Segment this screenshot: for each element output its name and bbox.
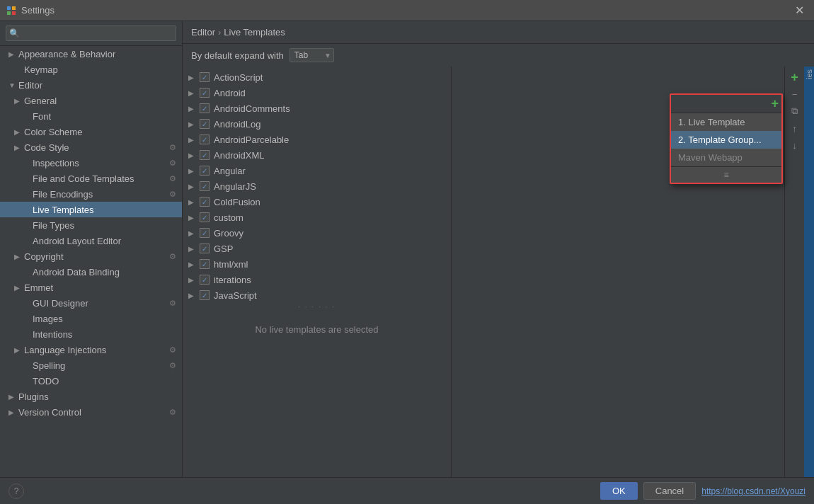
move-down-button[interactable]: ↓	[787, 137, 803, 153]
sidebar-label: Emmet	[24, 282, 176, 293]
template-checkbox[interactable]	[200, 103, 210, 113]
dialog-body: 🔍 ▶ Appearance & Behavior Keymap ▼	[0, 21, 814, 504]
dropdown-popup: + 1. Live Template 2. Template Group... …	[670, 93, 783, 184]
template-checkbox[interactable]	[200, 166, 210, 176]
arrow-icon: ▶	[14, 97, 23, 105]
list-item[interactable]: ▶ Angular	[183, 163, 451, 178]
sidebar-item-font[interactable]: Font	[0, 108, 182, 124]
sidebar-scroll: ▶ Appearance & Behavior Keymap ▼ Editor …	[0, 46, 182, 477]
no-selection-message: No live templates are selected	[183, 310, 451, 349]
sidebar-item-appearance[interactable]: ▶ Appearance & Behavior	[0, 46, 182, 62]
template-name: AngularJS	[214, 181, 256, 192]
sidebar-label: Plugins	[18, 391, 176, 402]
cancel-button[interactable]: Cancel	[643, 482, 696, 500]
template-checkbox[interactable]	[200, 150, 210, 160]
sidebar-label: Spelling	[33, 360, 166, 371]
divider-handle[interactable]: · · · · · ·	[183, 303, 451, 310]
sidebar-label: Inspections	[33, 158, 166, 168]
sidebar-item-language-injections[interactable]: ▶ Language Injections ⚙	[0, 342, 182, 357]
sidebar-item-images[interactable]: Images	[0, 311, 182, 326]
list-item[interactable]: ▶ AndroidComments	[183, 101, 451, 116]
sidebar-item-intentions[interactable]: Intentions	[0, 326, 182, 342]
sidebar-item-gui-designer[interactable]: GUI Designer ⚙	[0, 295, 182, 311]
list-item[interactable]: ▶ AndroidXML	[183, 147, 451, 163]
template-checkbox[interactable]	[200, 72, 210, 82]
sidebar-item-copyright[interactable]: ▶ Copyright ⚙	[0, 248, 182, 264]
sidebar-item-file-types[interactable]: File Types	[0, 217, 182, 233]
template-checkbox[interactable]	[200, 119, 210, 129]
sidebar-item-version-control[interactable]: ▶ Version Control ⚙	[0, 404, 182, 420]
sidebar-item-spelling[interactable]: Spelling ⚙	[0, 357, 182, 373]
template-checkbox[interactable]	[200, 228, 210, 238]
sidebar-item-editor[interactable]: ▼ Editor	[0, 77, 182, 93]
list-item[interactable]: ▶ AngularJS	[183, 178, 451, 194]
list-item[interactable]: ▶ ActionScript	[183, 69, 451, 85]
arrow-icon: ▶	[14, 128, 23, 136]
right-panel-content: + − ⧉ ↑ ↓ + 1. Live Template 2	[452, 67, 804, 477]
arrow-icon: ▶	[188, 136, 197, 144]
sidebar-item-file-code-templates[interactable]: File and Code Templates ⚙	[0, 171, 182, 186]
settings-icon: ⚙	[169, 345, 176, 355]
right-toolbar: + − ⧉ ↑ ↓	[784, 67, 804, 477]
remove-button[interactable]: −	[787, 86, 803, 102]
template-checkbox[interactable]	[200, 88, 210, 98]
list-item[interactable]: ▶ html/xml	[183, 256, 451, 272]
list-item[interactable]: ▶ Groovy	[183, 225, 451, 241]
search-input[interactable]	[6, 25, 176, 41]
list-item[interactable]: ▶ custom	[183, 210, 451, 225]
select-wrapper: Tab Enter Space ▼	[290, 48, 334, 62]
template-checkbox[interactable]	[200, 275, 210, 285]
arrow-icon: ▶	[188, 120, 197, 128]
sidebar-item-live-templates[interactable]: Live Templates	[0, 202, 182, 217]
close-button[interactable]: ✕	[791, 2, 808, 18]
sidebar-label: File Encodings	[33, 189, 166, 200]
move-up-button[interactable]: ↑	[787, 120, 803, 136]
expand-select[interactable]: Tab Enter Space	[290, 48, 334, 62]
add-button[interactable]: +	[787, 69, 803, 85]
sidebar-label: Images	[33, 314, 176, 324]
arrow-icon: ▶	[14, 144, 23, 151]
list-item[interactable]: ▶ iterations	[183, 272, 451, 287]
template-checkbox[interactable]	[200, 181, 210, 191]
sidebar-item-inspections[interactable]: Inspections ⚙	[0, 155, 182, 171]
sidebar-item-android-data-binding[interactable]: Android Data Binding	[0, 264, 182, 280]
list-item[interactable]: ▶ JavaScript	[183, 287, 451, 303]
template-checkbox[interactable]	[200, 244, 210, 253]
list-item[interactable]: ▶ ColdFusion	[183, 194, 451, 210]
breadcrumb: Editor › Live Templates	[183, 21, 814, 44]
sidebar-item-emmet[interactable]: ▶ Emmet	[0, 280, 182, 295]
sidebar-item-plugins[interactable]: ▶ Plugins	[0, 389, 182, 404]
bottom-bar: ? OK Cancel https://blog.csdn.net/Xyouzi	[0, 477, 814, 504]
sidebar-item-todo[interactable]: TODO	[0, 373, 182, 389]
list-item[interactable]: ▶ GSP	[183, 241, 451, 256]
svg-rect-0	[7, 6, 11, 10]
list-item[interactable]: ▶ AndroidParcelable	[183, 132, 451, 147]
ok-button[interactable]: OK	[600, 482, 638, 500]
template-checkbox[interactable]	[200, 290, 210, 300]
sidebar-item-file-encodings[interactable]: File Encodings ⚙	[0, 186, 182, 202]
settings-icon: ⚙	[169, 299, 176, 308]
arrow-icon: ▶	[188, 229, 197, 237]
template-checkbox[interactable]	[200, 259, 210, 269]
dropdown-add-icon[interactable]: +	[771, 96, 779, 111]
template-name: ActionScript	[214, 72, 263, 83]
dropdown-item-live-template[interactable]: 1. Live Template	[671, 113, 781, 131]
template-checkbox[interactable]	[200, 134, 210, 144]
search-box: 🔍	[0, 21, 182, 46]
help-button[interactable]: ?	[8, 483, 24, 499]
dropdown-item-template-group[interactable]: 2. Template Group...	[671, 131, 781, 149]
url-link[interactable]: https://blog.csdn.net/Xyouzi	[701, 486, 806, 496]
template-name: custom	[214, 212, 243, 223]
template-checkbox[interactable]	[200, 197, 210, 207]
list-item[interactable]: ▶ Android	[183, 85, 451, 101]
arrow-icon: ▶	[188, 167, 197, 175]
sidebar-item-code-style[interactable]: ▶ Code Style ⚙	[0, 139, 182, 155]
arrow-icon: ▶	[14, 346, 23, 354]
copy-button[interactable]: ⧉	[787, 103, 803, 119]
sidebar-item-android-layout-editor[interactable]: Android Layout Editor	[0, 233, 182, 248]
sidebar-item-keymap[interactable]: Keymap	[0, 62, 182, 77]
sidebar-item-color-scheme[interactable]: ▶ Color Scheme	[0, 124, 182, 139]
list-item[interactable]: ▶ AndroidLog	[183, 116, 451, 132]
sidebar-item-general[interactable]: ▶ General	[0, 93, 182, 108]
template-checkbox[interactable]	[200, 212, 210, 222]
